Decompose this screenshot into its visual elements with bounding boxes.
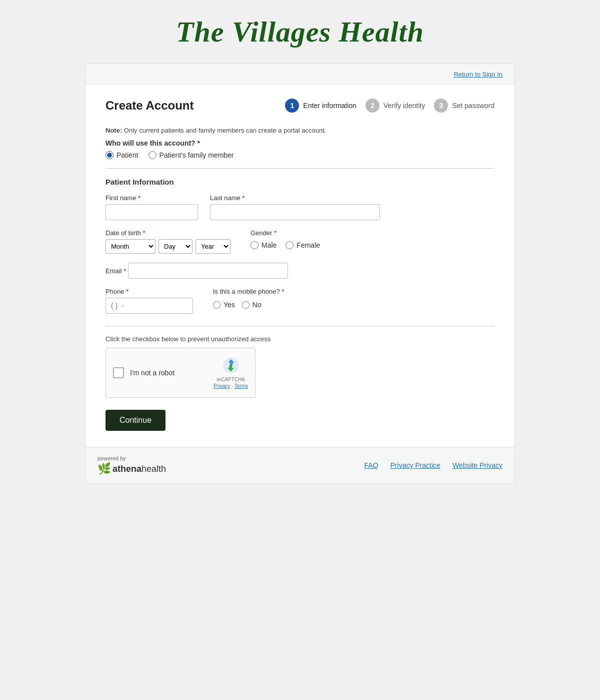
return-to-signin-link[interactable]: Return to Sign In <box>454 71 502 78</box>
step-1-label: Enter information <box>303 102 356 110</box>
recaptcha-privacy-link[interactable]: Privacy <box>214 383 230 389</box>
female-label: Female <box>296 241 320 249</box>
recaptcha-terms-link[interactable]: Terms <box>234 383 248 389</box>
recaptcha-icon <box>222 356 240 374</box>
family-radio[interactable] <box>148 151 156 159</box>
year-select[interactable]: Year for(let y=2024;y>=1900;y--) documen… <box>196 239 230 254</box>
last-name-required: * <box>242 194 244 202</box>
athena-brand-text: athenahealth <box>112 464 166 474</box>
logo: The Villages Health <box>176 15 424 49</box>
who-label: Who will use this account? * <box>106 139 494 147</box>
mobile-yes-option[interactable]: Yes <box>213 301 235 309</box>
step-2-label: Verify identity <box>384 102 425 110</box>
email-input[interactable] <box>128 263 288 279</box>
recaptcha-text: reCAPTCHA Privacy - Terms <box>214 376 248 389</box>
phone-row: Phone * Is this a mobile phone? * Yes No <box>106 288 494 314</box>
website-privacy-link[interactable]: Website Privacy <box>452 461 502 469</box>
note-prefix: Note: <box>106 127 122 134</box>
male-label: Male <box>262 241 276 249</box>
who-label-text: Who will use this account? <box>106 139 196 147</box>
note-body: Only current patients and family members… <box>122 127 326 134</box>
faq-link[interactable]: FAQ <box>364 461 378 469</box>
step-1: 1 Enter information <box>285 99 356 113</box>
step-3-circle: 3 <box>434 99 448 113</box>
first-name-label: First name * <box>106 194 198 202</box>
gender-label: Gender * <box>250 229 320 237</box>
captcha-checkbox[interactable] <box>113 367 124 378</box>
card-footer: powered by 🌿 athenahealth FAQ Privacy Pr… <box>86 447 514 483</box>
mobile-no-option[interactable]: No <box>242 301 262 309</box>
athena-logo: 🌿 athenahealth <box>98 462 166 475</box>
family-option[interactable]: Patient's family member <box>148 151 234 159</box>
step-3-label: Set password <box>452 102 494 110</box>
athena-leaf-icon: 🌿 <box>98 462 111 475</box>
powered-by-text: powered by <box>98 455 166 461</box>
email-label: Email * <box>106 267 128 275</box>
logo-text: The Villages Health <box>176 15 424 49</box>
name-row: First name * Last name * <box>106 194 494 220</box>
patient-option[interactable]: Patient <box>106 151 138 159</box>
first-name-required: * <box>138 194 140 202</box>
female-option[interactable]: Female <box>286 241 320 249</box>
female-radio[interactable] <box>286 241 294 249</box>
dob-required: * <box>142 229 145 237</box>
mobile-no-radio[interactable] <box>242 301 250 309</box>
step-2: 2 Verify identity <box>366 99 425 113</box>
captcha-section: Click the checkbox below to prevent unau… <box>106 335 494 398</box>
phone-label: Phone * <box>106 288 193 295</box>
patient-radio[interactable] <box>106 151 114 159</box>
divider-1 <box>106 168 494 169</box>
mobile-no-label: No <box>252 301 262 309</box>
phone-input[interactable] <box>106 298 193 314</box>
male-option[interactable]: Male <box>250 241 276 249</box>
who-section: Who will use this account? * Patient Pat… <box>106 139 494 159</box>
gender-required: * <box>274 229 276 237</box>
email-field: Email * <box>106 263 494 279</box>
day-select[interactable]: Day for(let i=1;i<=31;i++) document.writ… <box>158 239 192 254</box>
divider-2 <box>106 326 494 326</box>
step-2-circle: 2 <box>366 99 380 113</box>
dob-selects: Month JanuaryFebruaryMarch AprilMayJune … <box>106 239 230 254</box>
captcha-label: I'm not a robot <box>130 369 174 377</box>
last-name-input[interactable] <box>210 204 380 220</box>
family-label: Patient's family member <box>160 151 234 159</box>
powered-by: powered by 🌿 athenahealth <box>98 455 166 475</box>
dob-gender-row: Date of birth * Month JanuaryFebruaryMar… <box>106 229 494 254</box>
mobile-yes-label: Yes <box>224 301 235 309</box>
footer-links: FAQ Privacy Practice Website Privacy <box>364 461 502 469</box>
captcha-box[interactable]: I'm not a robot reCAPTCHA Privacy - Term… <box>106 348 256 398</box>
gender-section: Gender * Male Female <box>250 229 320 249</box>
email-required: * <box>124 267 126 275</box>
page-title: Create Account <box>106 99 194 113</box>
mobile-required: * <box>282 288 284 295</box>
last-name-field: Last name * <box>210 194 380 220</box>
mobile-label: Is this a mobile phone? * <box>213 288 284 295</box>
mobile-yes-radio[interactable] <box>213 301 220 309</box>
main-card: Return to Sign In Create Account 1 Enter… <box>85 64 515 484</box>
steps-progress: 1 Enter information 2 Verify identity 3 … <box>285 99 494 113</box>
continue-button[interactable]: Continue <box>106 410 166 431</box>
last-name-label: Last name * <box>210 194 380 202</box>
card-body: Create Account 1 Enter information 2 Ver… <box>86 85 514 447</box>
first-name-input[interactable] <box>106 204 198 220</box>
month-select[interactable]: Month JanuaryFebruaryMarch AprilMayJune … <box>106 239 156 254</box>
mobile-options: Yes No <box>213 298 284 309</box>
captcha-note: Click the checkbox below to prevent unau… <box>106 335 494 343</box>
gender-options: Male Female <box>250 239 320 249</box>
dob-section: Date of birth * Month JanuaryFebruaryMar… <box>106 229 230 254</box>
patient-info-title: Patient Information <box>106 178 494 186</box>
first-name-field: First name * <box>106 194 198 220</box>
patient-label: Patient <box>116 151 138 159</box>
captcha-left: I'm not a robot <box>113 367 174 378</box>
mobile-section: Is this a mobile phone? * Yes No <box>213 288 284 309</box>
male-radio[interactable] <box>250 241 258 249</box>
step-3: 3 Set password <box>434 99 494 113</box>
note-text: Note: Only current patients and family m… <box>106 127 494 134</box>
step-1-circle: 1 <box>285 99 299 113</box>
captcha-right: reCAPTCHA Privacy - Terms <box>214 356 248 389</box>
phone-section: Phone * <box>106 288 193 314</box>
card-header: Return to Sign In <box>86 64 514 85</box>
privacy-practice-link[interactable]: Privacy Practice <box>390 461 440 469</box>
who-required-star: * <box>198 139 200 147</box>
progress-header: Create Account 1 Enter information 2 Ver… <box>106 99 494 113</box>
